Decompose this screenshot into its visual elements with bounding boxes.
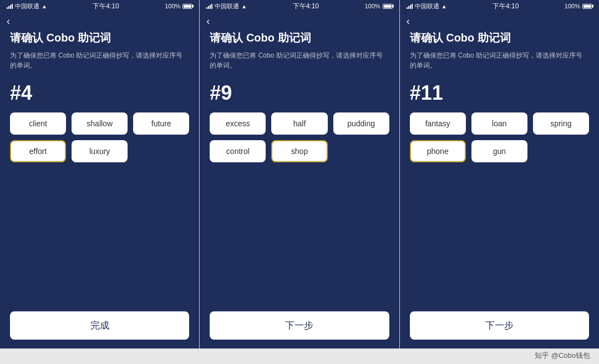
word-button-3-4[interactable]: phone: [410, 140, 466, 162]
word-button-2-4[interactable]: control: [210, 140, 266, 162]
battery-icon: [582, 4, 592, 9]
battery-percent: 100%: [365, 3, 380, 9]
word-button-2-5[interactable]: shop: [271, 140, 327, 162]
word-grid-3: fantasyloanspringphonegun: [410, 112, 589, 162]
word-button-2-1[interactable]: excess: [210, 112, 266, 135]
word-button-3-2[interactable]: loan: [471, 112, 527, 135]
status-right: 100%: [165, 3, 192, 9]
watermark: 知乎 @Cobo钱包: [0, 348, 599, 364]
page-title-3: 请确认 Cobo 助记词: [410, 30, 589, 45]
status-bar-2: 中国联通 ▲ 下午4:10 100%: [200, 0, 399, 12]
battery-fill: [184, 5, 191, 8]
action-button-2[interactable]: 下一步: [210, 311, 389, 340]
carrier-label: 中国联通: [415, 2, 439, 11]
word-button-3-1[interactable]: fantasy: [410, 112, 466, 135]
status-right: 100%: [365, 3, 393, 9]
screen-content-1: 请确认 Cobo 助记词 为了确保您已将 Cobo 助记词正确得抄写，请选择对应…: [0, 30, 199, 306]
back-button[interactable]: ‹: [200, 12, 399, 30]
back-button[interactable]: ‹: [0, 12, 199, 30]
battery-percent: 100%: [565, 3, 580, 9]
word-button-3-3[interactable]: spring: [533, 112, 589, 135]
back-button[interactable]: ‹: [400, 12, 599, 30]
word-button-1-4[interactable]: effort: [10, 140, 66, 162]
time-label: 下午4:10: [293, 2, 319, 11]
word-number-2: #9: [210, 81, 389, 105]
word-grid-2: excesshalfpuddingcontrolshop: [210, 112, 389, 162]
word-button-1-5[interactable]: luxury: [72, 140, 128, 162]
status-left: 中国联通 ▲: [407, 2, 447, 11]
carrier-label: 中国联通: [215, 2, 239, 11]
page-title-2: 请确认 Cobo 助记词: [210, 30, 389, 45]
word-button-1-2[interactable]: shallow: [72, 112, 128, 135]
word-button-1-3[interactable]: future: [133, 112, 189, 135]
bottom-bar-3: 下一步: [400, 306, 599, 348]
battery-icon: [383, 4, 393, 9]
action-button-3[interactable]: 下一步: [410, 311, 589, 340]
status-right: 100%: [565, 3, 592, 9]
status-bar-3: 中国联通 ▲ 下午4:10 100%: [400, 0, 599, 12]
page-subtitle-3: 为了确保您已将 Cobo 助记词正确得抄写，请选择对应序号的单词。: [410, 50, 589, 70]
signal-icon: [7, 3, 13, 9]
action-button-1[interactable]: 完成: [10, 311, 189, 340]
time-label: 下午4:10: [493, 2, 519, 11]
status-left: 中国联通 ▲: [7, 2, 47, 11]
phone-screen-1: 中国联通 ▲ 下午4:10 100% ‹ 请确认 Cobo 助记词 为了确保您已…: [0, 0, 200, 348]
status-left: 中国联通 ▲: [206, 2, 247, 11]
phone-screen-2: 中国联通 ▲ 下午4:10 100% ‹ 请确认 Cobo 助记词 为了确保您已…: [200, 0, 399, 348]
screen-content-2: 请确认 Cobo 助记词 为了确保您已将 Cobo 助记词正确得抄写，请选择对应…: [200, 30, 399, 306]
wifi-icon: ▲: [42, 3, 47, 9]
word-button-2-2[interactable]: half: [271, 112, 327, 135]
wifi-icon: ▲: [241, 3, 247, 9]
page-title-1: 请确认 Cobo 助记词: [10, 30, 189, 45]
word-grid-1: clientshallowfutureeffortluxury: [10, 112, 189, 162]
word-number-3: #11: [410, 81, 589, 105]
carrier-label: 中国联通: [15, 2, 39, 11]
word-button-1-1[interactable]: client: [10, 112, 66, 135]
phones-container: 中国联通 ▲ 下午4:10 100% ‹ 请确认 Cobo 助记词 为了确保您已…: [0, 0, 599, 348]
page-subtitle-1: 为了确保您已将 Cobo 助记词正确得抄写，请选择对应序号的单词。: [10, 50, 189, 70]
phone-screen-3: 中国联通 ▲ 下午4:10 100% ‹ 请确认 Cobo 助记词 为了确保您已…: [400, 0, 599, 348]
battery-fill: [583, 5, 591, 8]
signal-icon: [206, 3, 212, 9]
word-button-3-5[interactable]: gun: [471, 140, 527, 162]
word-number-1: #4: [10, 81, 189, 105]
word-button-2-3[interactable]: pudding: [333, 112, 389, 135]
status-bar-1: 中国联通 ▲ 下午4:10 100%: [0, 0, 199, 12]
bottom-bar-2: 下一步: [200, 306, 399, 348]
screen-content-3: 请确认 Cobo 助记词 为了确保您已将 Cobo 助记词正确得抄写，请选择对应…: [400, 30, 599, 306]
time-label: 下午4:10: [93, 2, 119, 11]
page-subtitle-2: 为了确保您已将 Cobo 助记词正确得抄写，请选择对应序号的单词。: [210, 50, 389, 70]
bottom-bar-1: 完成: [0, 306, 199, 348]
battery-fill: [384, 5, 392, 8]
wifi-icon: ▲: [441, 3, 447, 9]
signal-icon: [407, 3, 413, 9]
battery-icon: [182, 4, 192, 9]
battery-percent: 100%: [165, 3, 180, 9]
